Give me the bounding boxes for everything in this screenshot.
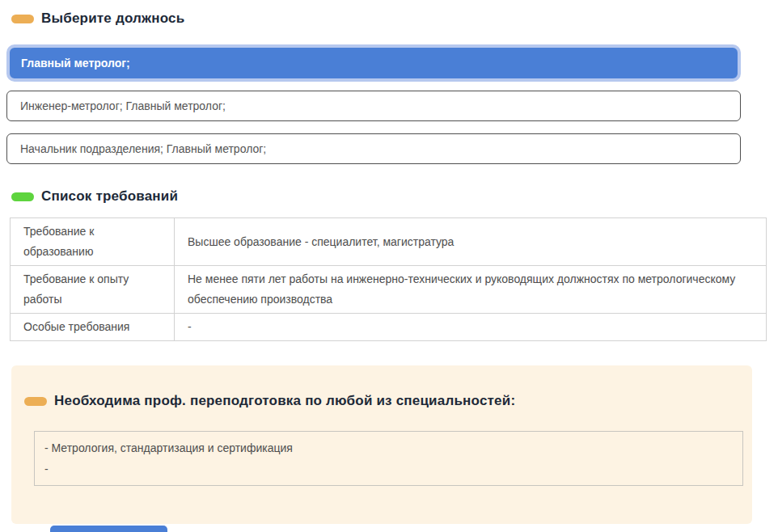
orange-pill-icon [24, 397, 47, 406]
row-label: Требование к опыту работы [11, 266, 175, 314]
clipped-blue-bar[interactable] [50, 526, 167, 532]
requirements-table: Требование к образованию Высшее образова… [10, 217, 767, 341]
row-value: - [175, 314, 767, 341]
specialty-item: - Метрология, стандартизация и сертифика… [44, 437, 733, 458]
specialties-box: - Метрология, стандартизация и сертифика… [34, 431, 743, 486]
orange-pill-icon [11, 15, 34, 23]
position-options-list: Главный метролог; Инженер-метролог; Глав… [6, 44, 741, 164]
table-row: Особые требования - [11, 314, 767, 341]
page: Выберите должнось Главный метролог; Инже… [0, 11, 778, 524]
option-label: Начальник подразделения; Главный метроло… [20, 142, 266, 155]
requirements-section-header: Список требований [11, 188, 778, 205]
option-label: Главный метролог; [21, 57, 130, 70]
green-pill-icon [11, 192, 34, 201]
specialty-item: - [44, 458, 733, 479]
table-row: Требование к опыту работы Не менее пяти … [11, 266, 767, 314]
position-option[interactable]: Начальник подразделения; Главный метроло… [6, 133, 741, 164]
row-label: Требование к образованию [11, 218, 175, 266]
retraining-section-title: Необходима проф. переподготовка по любой… [54, 393, 515, 409]
position-section-title: Выберите должнось [41, 11, 184, 27]
row-value: Высшее образование - специалитет, магист… [175, 218, 767, 266]
table-row: Требование к образованию Высшее образова… [11, 218, 767, 266]
position-option-selected[interactable]: Главный метролог; [6, 44, 741, 82]
row-label: Особые требования [11, 314, 175, 341]
option-label: Инженер-метролог; Главный метролог; [20, 99, 226, 112]
retraining-panel: Необходима проф. переподготовка по любой… [11, 365, 752, 524]
requirements-section-title: Список требований [41, 188, 178, 205]
retraining-section-header: Необходима проф. переподготовка по любой… [24, 393, 752, 409]
position-option[interactable]: Инженер-метролог; Главный метролог; [6, 91, 741, 121]
row-value: Не менее пяти лет работы на инженерно-те… [175, 266, 767, 314]
position-section-header: Выберите должнось [11, 11, 778, 27]
